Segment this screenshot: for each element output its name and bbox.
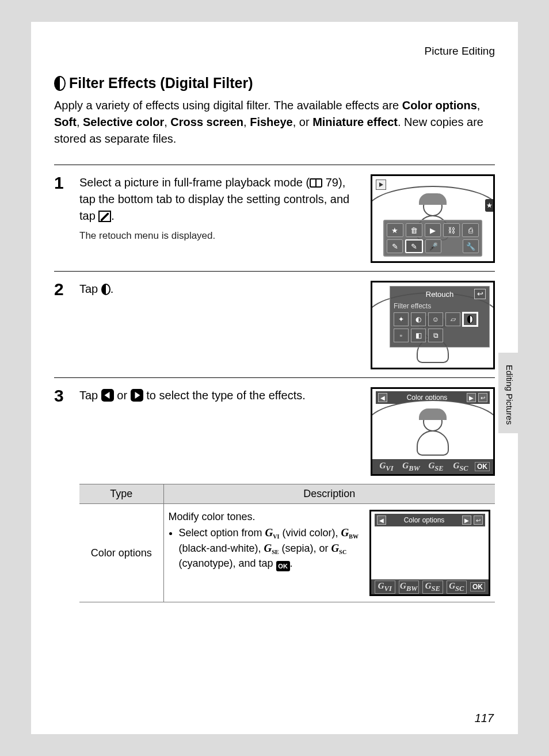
right-arrow-icon: [131, 389, 143, 402]
retouch-title: Retouch: [426, 290, 453, 299]
left-arrow-icon: [101, 389, 114, 402]
step-note: The retouch menu is displayed.: [79, 229, 360, 243]
playback-toolbar: ★ 🗑 ▶ ⛓ ⎙ ✎ ✎ 🎤 🔧: [383, 220, 482, 257]
ok-button: OK: [470, 582, 485, 591]
toolbar-voice: 🎤: [425, 239, 441, 253]
toolbar-setup: 🔧: [463, 239, 479, 253]
step-number: 1: [54, 174, 69, 263]
toolbar-slideshow: ▶: [425, 223, 441, 237]
toolbar-protect: ⛓: [443, 223, 460, 237]
toolbar-favorite: ★: [387, 223, 403, 237]
retouch-opt-perspective: ▱: [445, 312, 460, 326]
prev-arrow-icon: ◀: [378, 393, 387, 402]
ok-button: OK: [475, 462, 490, 471]
col-description: Description: [163, 484, 495, 504]
camera-screen-color-options-small: ◀ Color options ▶ ↩ GVI GBW GSE GSC OK: [369, 510, 490, 596]
retouch-icon: [98, 211, 111, 222]
filter-effects-icon: [54, 76, 66, 91]
retouch-opt-crop: ◧: [411, 329, 426, 342]
step-1: 1 Select a picture in full-frame playbac…: [54, 171, 495, 271]
step-number: 2: [54, 281, 69, 369]
table-row: Color options Modify color tones. Select…: [79, 504, 495, 602]
retouch-opt-skin: ☺: [428, 312, 443, 326]
effect-type-label: Color options: [388, 516, 460, 524]
title-text: Filter Effects (Digital Filter): [69, 75, 253, 91]
side-section-label: Editing Pictures: [505, 365, 514, 425]
step-2: 2 Tap . Retouch Filter effects ✦ ◐ ☺ ▱: [54, 277, 495, 377]
camera-screen-playback: ★ ★ 🗑 ▶ ⛓ ⎙ ✎ ✎ 🎤 🔧: [371, 174, 495, 263]
color-opt-sc: GSC: [447, 581, 467, 594]
color-opt-vi: GVI: [376, 461, 397, 473]
back-icon: ↩: [478, 393, 487, 402]
filter-effects-icon: [101, 284, 110, 295]
section-header: Picture Editing: [54, 45, 495, 58]
playback-icon: [376, 180, 386, 190]
back-icon: ↩: [474, 516, 483, 525]
row-type: Color options: [79, 504, 163, 602]
retouch-opt-small: ▫: [394, 329, 409, 342]
toolbar-retouch: ✎: [405, 239, 422, 253]
camera-screen-color-options: ◀ Color options ▶ ↩ GVI GBW GSE GSC OK: [371, 387, 495, 476]
camera-screen-retouch-menu: Retouch Filter effects ✦ ◐ ☺ ▱ ▫ ◧ ⧉: [371, 281, 495, 369]
toolbar-paint: ✎: [387, 239, 403, 253]
color-opt-sc: GSC: [450, 461, 471, 473]
divider: [54, 377, 495, 378]
divider: [54, 271, 495, 272]
effects-table: Type Description Color options Modify co…: [79, 484, 495, 602]
divider: [54, 165, 495, 165]
rating-icon: ★: [485, 199, 493, 212]
color-opt-se: GSE: [422, 581, 443, 594]
color-opt-bw: GBW: [399, 581, 420, 594]
col-type: Type: [79, 484, 163, 504]
next-arrow-icon: ▶: [462, 516, 471, 525]
row-description: Modify color tones. Select option from G…: [169, 510, 363, 571]
color-opt-vi: GVI: [375, 581, 395, 594]
page-title: Filter Effects (Digital Filter): [54, 75, 495, 91]
ok-icon: OK: [276, 561, 290, 571]
retouch-opt-copy: ⧉: [428, 329, 443, 342]
color-opt-se: GSE: [425, 461, 447, 473]
manual-ref-icon: [310, 178, 322, 188]
retouch-opt-filter: [463, 312, 478, 326]
toolbar-delete: 🗑: [406, 223, 422, 237]
toolbar-print: ⎙: [462, 223, 479, 237]
back-icon: [474, 289, 486, 299]
retouch-subtitle: Filter effects: [394, 301, 486, 312]
intro-paragraph: Apply a variety of effects using digital…: [54, 97, 495, 147]
next-arrow-icon: ▶: [467, 393, 476, 402]
retouch-opt-dlighting: ◐: [411, 312, 426, 326]
step-3: 3 Tap or to select the type of the effec…: [54, 384, 495, 484]
step-number: 3: [54, 387, 69, 476]
page-number: 117: [475, 712, 494, 725]
color-opt-bw: GBW: [401, 461, 422, 473]
retouch-opt-quickretouch: ✦: [394, 312, 409, 326]
prev-arrow-icon: ◀: [377, 516, 386, 525]
